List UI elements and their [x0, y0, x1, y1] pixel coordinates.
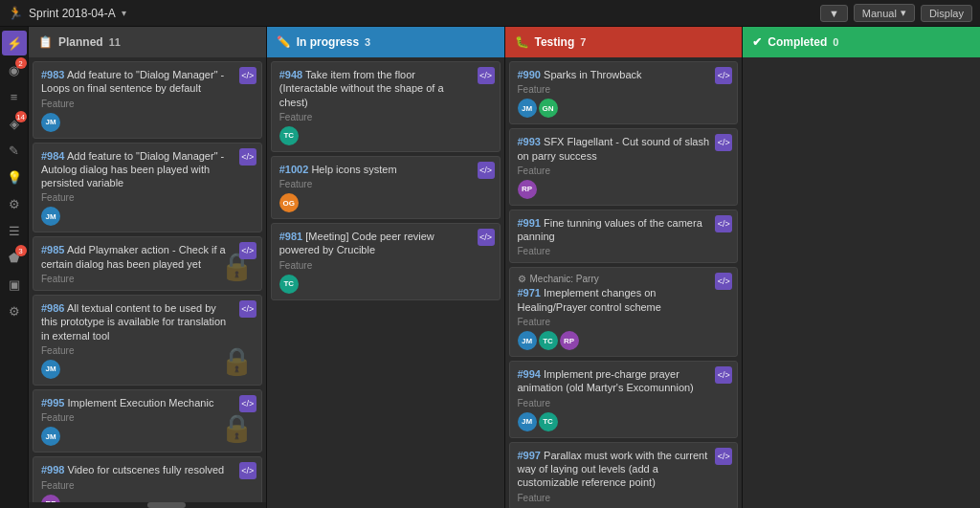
card-1002-footer: OG: [279, 193, 492, 212]
card-948-type: Feature: [279, 112, 492, 122]
card-991[interactable]: #991 Fine tunning values of the camera p…: [509, 210, 739, 264]
card-995-title: #995 Implement Execution Mechanic: [41, 396, 254, 409]
card-993-code-btn[interactable]: </>: [715, 134, 732, 151]
card-993[interactable]: #993 SFX Flagellant - Cut sound of slash…: [509, 128, 739, 206]
avatar: JM: [518, 412, 537, 431]
card-998-avatars: RP: [41, 495, 60, 502]
card-983[interactable]: #983 Add feature to "Dialog Manager" - L…: [33, 61, 262, 139]
card-971[interactable]: ⚙ Mechanic: Parry #971 Imeplement change…: [509, 267, 739, 357]
card-990-code-btn[interactable]: </>: [715, 67, 732, 84]
inprogress-count: 3: [365, 36, 370, 48]
card-985-code-btn[interactable]: </>: [239, 242, 256, 259]
mechanic-text: Mechanic: Parry: [530, 274, 599, 284]
inprogress-label: In progress: [297, 35, 359, 49]
filter-button[interactable]: ▼: [820, 5, 848, 22]
sidebar-item-menu[interactable]: ☰: [2, 218, 27, 243]
card-1002-title: #1002 Help icons system: [279, 163, 492, 176]
sidebar-badge-board: 2: [15, 57, 27, 69]
card-984-code-btn[interactable]: </>: [239, 148, 256, 166]
card-981[interactable]: #981 [Meeting] Code peer review powered …: [271, 223, 501, 300]
column-body-completed[interactable]: [743, 57, 980, 508]
card-998-footer: RP: [41, 495, 254, 502]
sidebar-item-settings[interactable]: ⚙: [2, 191, 27, 216]
sidebar-item-shape[interactable]: ⬟ 3: [2, 245, 27, 270]
card-986[interactable]: #986 All textual content to be used by t…: [33, 295, 262, 386]
card-998[interactable]: #998 Video for cutscenes fully resolved …: [33, 456, 262, 502]
card-981-footer: TC: [279, 275, 492, 294]
card-997-type: Feature: [518, 493, 730, 503]
card-981-code-btn[interactable]: </>: [478, 229, 495, 246]
sidebar-item-tasks[interactable]: ◈ 14: [2, 111, 27, 136]
card-995[interactable]: #995 Implement Execution Mechanic Featur…: [33, 389, 262, 453]
card-981-avatars: TC: [279, 275, 299, 294]
sidebar-item-gear[interactable]: ⚙: [2, 298, 27, 323]
card-993-title: #993 SFX Flagellant - Cut sound of slash…: [518, 135, 730, 163]
avatar: TC: [279, 275, 299, 294]
card-986-avatars: JM: [41, 360, 60, 379]
inprogress-icon: ✏️: [277, 35, 291, 49]
card-997-title: #997 Parallax must work with the current…: [518, 449, 730, 490]
card-997-code-btn[interactable]: </>: [715, 448, 732, 465]
card-948[interactable]: #948 Take item from the floor (Interacta…: [271, 61, 501, 152]
card-981-type: Feature: [279, 260, 492, 271]
sidebar-item-grid[interactable]: ▣: [2, 272, 27, 297]
column-testing: 🐛 Testing 7 #990 Sparks in Throwback Fea…: [505, 27, 743, 508]
card-994-testing[interactable]: #994 Implement pre-charge prayer animati…: [509, 361, 739, 438]
card-997[interactable]: #997 Parallax must work with the current…: [509, 442, 739, 508]
card-983-type: Feature: [41, 99, 254, 109]
columns: 📋 Planned 11 #983 Add feature to "Dialog…: [29, 27, 980, 508]
card-985[interactable]: #985 Add Playmaker action - Check if a c…: [33, 236, 262, 291]
card-995-code-btn[interactable]: </>: [239, 395, 256, 412]
card-991-code-btn[interactable]: </>: [715, 215, 732, 232]
top-bar: 🏃 Sprint 2018-04-A ▾ ▼ Manual ▾ Display: [0, 0, 980, 27]
card-984[interactable]: #984 Add feature to "Dialog Manager" - A…: [33, 143, 262, 233]
column-body-planned[interactable]: #983 Add feature to "Dialog Manager" - L…: [29, 57, 266, 502]
card-998-title: #998 Video for cutscenes fully resolved: [41, 463, 254, 476]
card-983-avatars: JM: [41, 113, 60, 132]
card-998-code-btn[interactable]: </>: [239, 462, 256, 479]
card-983-code-btn[interactable]: </>: [239, 67, 256, 84]
card-948-avatars: TC: [279, 126, 299, 145]
sprint-dropdown-arrow[interactable]: ▾: [122, 8, 126, 18]
card-948-title: #948 Take item from the floor (Interacta…: [279, 68, 492, 109]
planned-scrollbar[interactable]: [29, 502, 266, 508]
column-body-inprogress[interactable]: #948 Take item from the floor (Interacta…: [267, 57, 504, 508]
sidebar-item-idea[interactable]: 💡: [2, 165, 27, 189]
manual-button[interactable]: Manual ▾: [854, 4, 915, 22]
avatar: RP: [41, 495, 60, 502]
column-body-testing[interactable]: #990 Sparks in Throwback Feature JM GN <…: [505, 57, 743, 508]
mechanic-icon: ⚙: [518, 274, 526, 284]
card-1002-code-btn[interactable]: </>: [478, 162, 495, 179]
card-948-code-btn[interactable]: </>: [478, 67, 495, 84]
sidebar-item-board[interactable]: ◉ 2: [2, 57, 27, 82]
planned-count: 11: [109, 36, 121, 48]
card-986-code-btn[interactable]: </>: [239, 300, 256, 318]
card-984-title: #984 Add feature to "Dialog Manager" - A…: [41, 149, 254, 190]
sidebar-item-sprint[interactable]: ⚡: [2, 31, 27, 55]
card-971-title: #971 Imeplement changes on Healing/Praye…: [518, 286, 730, 314]
card-990[interactable]: #990 Sparks in Throwback Feature JM GN <…: [509, 61, 739, 124]
card-990-avatars: JM GN: [518, 99, 558, 118]
avatar: TC: [279, 126, 299, 145]
card-984-footer: JM: [41, 207, 254, 226]
display-button[interactable]: Display: [921, 5, 972, 22]
avatar: GN: [539, 99, 558, 118]
avatar: TC: [539, 412, 558, 431]
completed-label: Completed: [768, 35, 827, 49]
board: 📋 Planned 11 #983 Add feature to "Dialog…: [29, 27, 980, 508]
planned-scroll-thumb[interactable]: [147, 502, 186, 508]
card-1002[interactable]: #1002 Help icons system Feature OG </>: [271, 156, 501, 219]
card-990-footer: JM GN: [518, 99, 730, 118]
card-981-title: #981 [Meeting] Code peer review powered …: [279, 230, 492, 257]
avatar: TC: [539, 331, 558, 350]
card-993-type: Feature: [518, 166, 730, 176]
manual-dropdown-icon: ▾: [901, 7, 906, 19]
card-971-footer: JM TC RP: [518, 331, 730, 350]
sidebar-item-edit[interactable]: ✎: [2, 138, 27, 163]
card-994-testing-code-btn[interactable]: </>: [715, 366, 732, 384]
card-971-avatars: JM TC RP: [518, 331, 579, 350]
completed-icon: ✔: [752, 35, 762, 49]
sidebar-item-list[interactable]: ≡: [2, 84, 27, 109]
card-971-code-btn[interactable]: </>: [715, 273, 732, 290]
card-984-type: Feature: [41, 192, 254, 203]
